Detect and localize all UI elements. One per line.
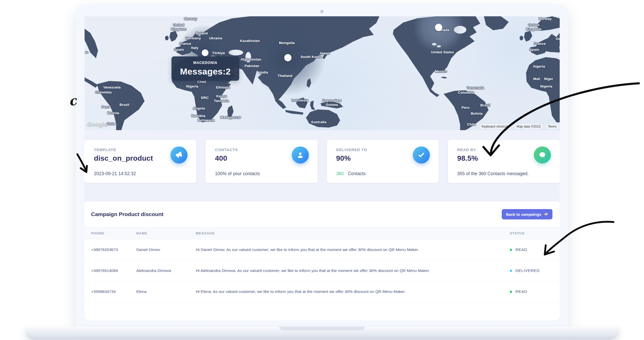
back-to-campaigns-button[interactable]: Back to campaings — [502, 209, 552, 219]
status-dot — [510, 291, 512, 293]
cell-message: Hi Aleksandra Dimova. As our valued cust… — [196, 268, 510, 273]
campaign-panel: Campaign Product discount Back to campai… — [85, 201, 560, 320]
map-country-label: Kazakhstan — [240, 39, 260, 43]
map-country-label: Mexico — [435, 69, 447, 73]
check-icon — [413, 146, 430, 164]
map-country-label: Niger — [544, 77, 553, 81]
map-country-label: Kenya — [216, 94, 227, 98]
status-label: READ — [515, 289, 527, 294]
world-map[interactable]: United StatesVenezuelaColombiaBrazilPeru… — [85, 16, 560, 130]
marker-china[interactable] — [284, 54, 291, 61]
map-country-label: Colombia — [95, 90, 111, 94]
status-dot — [510, 249, 512, 251]
map-country-label: Spain — [174, 48, 184, 52]
keyboard-shortcuts-link[interactable]: Keyboard shortcuts — [480, 124, 511, 129]
laptop-base-notch — [279, 327, 365, 330]
cell-name: Aleksandra Dimova — [136, 268, 196, 273]
map-country-label: DRC — [201, 96, 209, 100]
dashboard-app: United StatesVenezuelaColombiaBrazilPeru… — [85, 16, 560, 320]
map-country-label: Spain — [529, 48, 539, 52]
marker-canada[interactable] — [435, 24, 442, 31]
header-message: MESSAGE — [196, 231, 510, 235]
status-label: READ — [515, 247, 527, 252]
user-icon — [292, 146, 309, 164]
google-logo[interactable]: Google — [87, 121, 108, 128]
marker-macedonia[interactable] — [202, 49, 208, 56]
map-country-label: Namibia — [191, 114, 205, 118]
map-country-label: Bolivia — [107, 111, 119, 115]
cell-name: Elena — [136, 289, 196, 294]
cell-message: Hi Elena. As our valued customer, we lik… — [196, 289, 510, 294]
stat-card-subtext: 100% of your contacts — [215, 171, 260, 176]
map-country-label: Germany — [185, 36, 201, 40]
map-country-label: Indonesia — [292, 98, 309, 102]
megaphone-icon — [170, 146, 188, 164]
map-country-label: Nigeria — [186, 84, 198, 88]
map-country-label: Venezuela — [103, 85, 121, 90]
laptop-base — [25, 327, 619, 339]
map-country-label: Ukraine — [209, 36, 222, 40]
table-body: +38978203673 Daniel Dimov Hi Daniel Dimo… — [85, 239, 560, 302]
map-country-label: Botswana — [198, 118, 214, 122]
cell-status: DELIVERED — [510, 268, 560, 273]
map-country-label: United States — [85, 50, 88, 54]
stat-card: TEMPLATE disc_on_product 2023-09-21 14:5… — [85, 140, 196, 183]
campaign-panel-header: Campaign Product discount Back to campai… — [85, 201, 560, 227]
cell-message: Hi Daniel Dimov. As our valued customer,… — [196, 247, 510, 252]
map-country-label: Papua New Guinea — [322, 99, 341, 107]
map-country-label: Chile — [107, 122, 115, 126]
back-button-label: Back to campaings — [506, 212, 541, 217]
cell-status: READ — [510, 247, 560, 252]
map-country-label: Germany — [556, 37, 560, 41]
cell-status: READ — [510, 289, 560, 294]
map-country-label: Afghanistan — [241, 57, 261, 62]
header-name: NAME — [136, 231, 196, 235]
header-status: STATUS — [510, 231, 560, 235]
map-country-label: Nigeria — [540, 84, 552, 88]
map-country-label: France — [179, 42, 191, 46]
map-tooltip: MACEDONIA Messages:2 — [171, 56, 239, 81]
stat-card-subtext: 360Contacts — [336, 171, 366, 176]
map-country-label: Italy — [559, 46, 560, 50]
stat-sub-accent: 360 — [336, 171, 344, 176]
map-country-label: Peru — [102, 105, 110, 109]
map-country-label: South Korea — [301, 55, 322, 59]
map-country-label: Norway — [184, 17, 197, 21]
map-country-label: Angola — [193, 106, 205, 110]
stat-card: DELIVERED TO 90% 360Contacts — [327, 140, 439, 183]
megaphone-icon — [544, 212, 548, 217]
map-country-label: Algeria — [533, 64, 545, 69]
map-country-label: Bolivia — [471, 112, 483, 116]
map-country-label: Mali — [533, 77, 540, 81]
cell-name: Daniel Dimov — [136, 247, 196, 252]
map-country-label: Mongolia — [279, 41, 295, 45]
terms-link[interactable]: Terms — [546, 124, 558, 129]
map-country-label: Poland — [196, 31, 208, 35]
map-country-label: Colombia — [458, 91, 474, 95]
stat-card: READ BY 98.5% 355 of the 360 Contacts me… — [448, 140, 560, 183]
table-row: +38978203673 Daniel Dimov Hi Daniel Dimo… — [85, 239, 560, 260]
map-country-label: United States — [431, 50, 454, 54]
map-country-label: Pakistan — [244, 64, 259, 68]
stat-cards-row: TEMPLATE disc_on_product 2023-09-21 14:5… — [85, 140, 560, 183]
map-country-label: Chile — [467, 122, 476, 127]
cell-phone: +38978203673 — [85, 247, 136, 252]
table-row: +3556834734 Elena Hi Elena. As our value… — [85, 281, 560, 302]
map-data-label: Map data ©2023 — [515, 124, 542, 129]
map-country-label: Japan — [319, 51, 330, 55]
map-country-label: Venezuela — [467, 86, 484, 90]
tooltip-region: MACEDONIA — [193, 61, 218, 65]
map-country-label: Thailand — [278, 74, 292, 78]
chat-icon — [534, 146, 551, 164]
campaign-title: Campaign Product discount — [91, 211, 163, 217]
map-country-label: Brazil — [119, 103, 129, 107]
status-dot — [510, 270, 512, 272]
map-country-label: Madagascar — [220, 115, 241, 120]
status-label: DELIVERED — [515, 268, 540, 273]
cell-phone: +3556834734 — [85, 289, 136, 294]
cell-phone: +38978514084 — [85, 268, 136, 273]
map-country-label: United Kingdom — [171, 23, 186, 31]
map-country-label: India — [260, 70, 268, 75]
map-country-label: Australia — [311, 120, 326, 124]
stat-card-subtext: 2023-09-21 14:52:32 — [94, 171, 136, 176]
